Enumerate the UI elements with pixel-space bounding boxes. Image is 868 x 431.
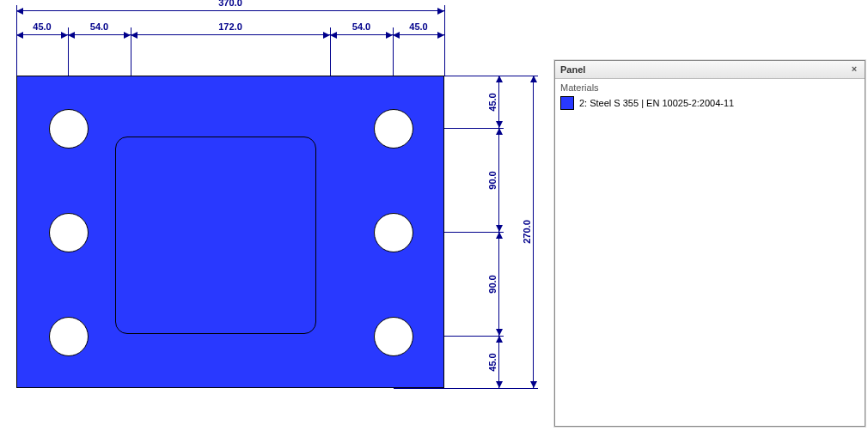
bolt-hole [49, 317, 89, 356]
dimension-label: 45.0 [487, 351, 498, 373]
extension-line [394, 388, 538, 389]
panel-section-label: Materials [555, 79, 865, 94]
dimension-segment: 45.0 [16, 34, 68, 35]
dimension-overall-width: 370.0 [16, 10, 444, 11]
extension-line [444, 5, 445, 76]
dimension-label: 45.0 [487, 91, 498, 112]
dimension-segment: 45.0 [393, 34, 444, 35]
end-plate [16, 76, 444, 388]
dimension-label: 370.0 [217, 0, 244, 8]
dimension-label: 90.0 [487, 169, 498, 191]
panel-titlebar[interactable]: Panel × [555, 61, 865, 79]
bolt-hole [374, 317, 413, 356]
close-icon[interactable]: × [847, 63, 861, 76]
dimension-label: 54.0 [89, 21, 110, 32]
bolt-hole [49, 109, 89, 149]
dimension-label: 45.0 [31, 21, 52, 32]
dimension-label: 45.0 [407, 21, 429, 32]
section-outline [115, 137, 316, 334]
panel-title-text: Panel [560, 64, 585, 75]
dimension-segment: 54.0 [330, 34, 393, 35]
extension-line [16, 5, 17, 76]
drawing-canvas: 370.0 45.0 54.0 172.0 54.0 45.0 270.0 45… [0, 0, 550, 431]
dimension-label: 270.0 [522, 218, 532, 246]
material-label: 2: Steel S 355 | EN 10025-2:2004-11 [579, 98, 734, 108]
materials-panel: Panel × Materials 2: Steel S 355 | EN 10… [554, 60, 865, 427]
dimension-label: 172.0 [217, 21, 244, 32]
bolt-hole [374, 213, 413, 252]
dimension-overall-height: 270.0 [533, 76, 534, 388]
dimension-segment: 45.0 [498, 336, 499, 388]
bolt-hole [49, 213, 89, 252]
dimension-label: 54.0 [351, 21, 372, 32]
dimension-segment: 45.0 [498, 76, 499, 128]
dimension-label: 90.0 [487, 273, 498, 294]
material-swatch [560, 96, 574, 110]
dimension-segment: 172.0 [131, 34, 330, 35]
dimension-segment: 90.0 [498, 232, 499, 336]
dimension-segment: 54.0 [68, 34, 131, 35]
material-row[interactable]: 2: Steel S 355 | EN 10025-2:2004-11 [555, 94, 865, 112]
bolt-hole [374, 109, 413, 149]
dimension-segment: 90.0 [498, 128, 499, 232]
